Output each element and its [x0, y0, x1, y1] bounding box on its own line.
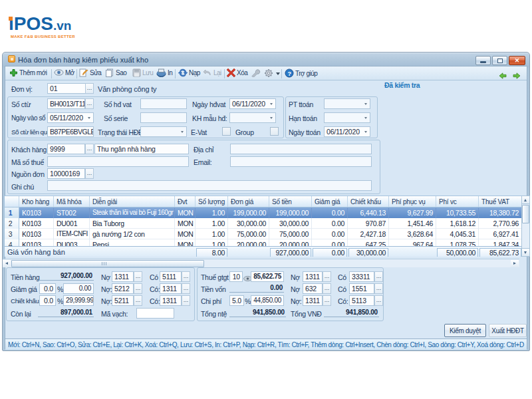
svg-text:?: ? [288, 70, 291, 77]
